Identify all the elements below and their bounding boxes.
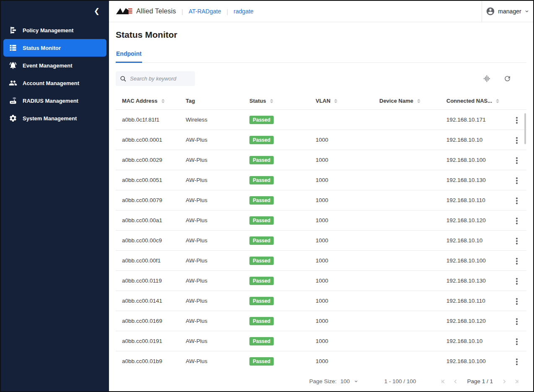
- column-header-vlan[interactable]: VLAN: [309, 91, 373, 110]
- sidebar-item-account-management[interactable]: Account Management: [1, 74, 109, 92]
- mac-address-cell: a0bb.cc00.0079: [116, 190, 179, 210]
- table-row: a0bb.cc00.0051 AW-Plus Passed 1000 192.1…: [116, 170, 526, 190]
- page-size-label: Page Size:: [309, 378, 337, 384]
- row-menu-icon[interactable]: [513, 114, 520, 126]
- connected-nas-cell: 192.168.10.171: [440, 110, 507, 130]
- table-scrollbar-thumb[interactable]: [524, 113, 526, 144]
- status-cell: Passed: [243, 130, 309, 150]
- column-header-device-name[interactable]: Device Name: [373, 91, 440, 110]
- sidebar-item-policy-management[interactable]: Policy Management: [1, 21, 109, 39]
- row-menu-icon[interactable]: [513, 275, 520, 287]
- page-title: Status Monitor: [116, 29, 526, 41]
- system-management-icon: [8, 114, 18, 123]
- breadcrumb-separator: |: [226, 8, 228, 15]
- app-bar: Allied Telesis | AT-RADgate | radgate ma…: [109, 1, 533, 22]
- connected-nas-cell: 192.168.10.10: [440, 231, 507, 251]
- vlan-cell: 1000: [309, 170, 373, 190]
- connected-nas-cell: 192.168.10.10: [440, 130, 507, 150]
- sidebar-item-label: System Management: [23, 115, 77, 122]
- last-page-icon[interactable]: [513, 378, 520, 385]
- mac-address-cell: a0bb.cc00.00a1: [116, 210, 179, 231]
- search-box[interactable]: [116, 71, 195, 86]
- status-cell: Passed: [243, 251, 309, 271]
- sidebar-menu: Policy Management Status Monitor Event M…: [1, 21, 109, 127]
- device-name-cell: [373, 351, 440, 371]
- row-menu-icon[interactable]: [513, 175, 520, 187]
- sidebar-item-event-management[interactable]: Event Management: [1, 57, 109, 74]
- row-actions-cell: [507, 150, 526, 170]
- table-row: a0bb.cc00.00a1 AW-Plus Passed 1000 192.1…: [116, 210, 526, 231]
- status-badge: Passed: [249, 337, 274, 345]
- row-actions-cell: [507, 251, 526, 271]
- endpoint-table-area: MAC Address Tag Status VLAN: [109, 91, 533, 391]
- user-menu[interactable]: manager: [482, 1, 533, 22]
- table-row: a0bb.cc00.00f1 AW-Plus Passed 1000 192.1…: [116, 251, 526, 271]
- status-cell: Passed: [243, 351, 309, 371]
- table-header-row: MAC Address Tag Status VLAN: [116, 91, 526, 110]
- column-header-tag: Tag: [179, 91, 243, 110]
- row-menu-icon[interactable]: [513, 316, 520, 327]
- sidebar-item-radius-management[interactable]: RADIUS Management: [1, 92, 109, 109]
- row-menu-icon[interactable]: [513, 235, 520, 247]
- tab-endpoint[interactable]: Endpoint: [116, 47, 142, 63]
- previous-page-icon[interactable]: [452, 378, 459, 385]
- breadcrumb-product-link[interactable]: AT-RADgate: [189, 8, 221, 15]
- radius-management-icon: [8, 96, 18, 105]
- row-menu-icon[interactable]: [513, 255, 520, 267]
- row-menu-icon[interactable]: [513, 135, 520, 146]
- column-header-status[interactable]: Status: [243, 91, 309, 110]
- main-area: Allied Telesis | AT-RADgate | radgate ma…: [109, 1, 533, 391]
- row-actions-cell: [507, 271, 526, 291]
- table-row: a0bb.cc00.00c9 AW-Plus Passed 1000 192.1…: [116, 231, 526, 251]
- column-header-mac-address[interactable]: MAC Address: [116, 91, 179, 110]
- sidebar-item-label: Account Management: [23, 80, 79, 86]
- connected-nas-cell: 192.168.10.10: [440, 331, 507, 351]
- vlan-cell: 1000: [309, 190, 373, 210]
- refresh-icon[interactable]: [503, 75, 511, 83]
- device-name-cell: [373, 331, 440, 351]
- connected-nas-cell: 192.168.10.100: [440, 351, 507, 371]
- device-name-cell: [373, 271, 440, 291]
- tag-cell: AW-Plus: [179, 150, 243, 170]
- table-row: a0bb.cc00.0001 AW-Plus Passed 1000 192.1…: [116, 130, 526, 150]
- status-badge: Passed: [249, 317, 274, 325]
- paginator: Page Size: 100 1 - 100 / 100 Page 1 / 1: [109, 371, 533, 391]
- status-badge: Passed: [249, 176, 274, 184]
- first-page-icon[interactable]: [440, 378, 447, 385]
- sort-icon: [161, 99, 165, 103]
- search-input[interactable]: [130, 75, 191, 82]
- table-row: a0bb.cc00.0029 AW-Plus Passed 1000 192.1…: [116, 150, 526, 170]
- row-menu-icon[interactable]: [513, 195, 520, 207]
- sidebar-item-label: RADIUS Management: [23, 98, 78, 104]
- table-row: a0bb.cc00.0141 AW-Plus Passed 1000 192.1…: [116, 291, 526, 311]
- allied-telesis-logo-icon: [116, 7, 133, 16]
- sidebar-item-system-management[interactable]: System Management: [1, 109, 109, 127]
- status-badge: Passed: [249, 156, 274, 164]
- row-menu-icon[interactable]: [513, 356, 520, 368]
- row-actions-cell: [507, 311, 526, 331]
- status-cell: Passed: [243, 271, 309, 291]
- sidebar-item-status-monitor[interactable]: Status Monitor: [3, 39, 106, 57]
- tab-bar: Endpoint: [116, 47, 526, 63]
- search-icon: [120, 75, 127, 82]
- page-size-select[interactable]: Page Size: 100: [309, 378, 358, 384]
- row-menu-icon[interactable]: [513, 296, 520, 307]
- row-menu-icon[interactable]: [513, 336, 520, 348]
- sort-icon: [270, 99, 273, 103]
- status-cell: Passed: [243, 331, 309, 351]
- table-row: a0bb.cc00.0191 AW-Plus Passed 1000 192.1…: [116, 331, 526, 351]
- connected-nas-cell: 192.168.10.130: [440, 170, 507, 190]
- sidebar-collapse-icon[interactable]: ❮: [94, 8, 100, 15]
- sidebar-item-label: Event Management: [23, 62, 72, 69]
- column-settings-icon[interactable]: [483, 75, 491, 83]
- status-badge: Passed: [249, 257, 274, 265]
- vlan-cell: 1000: [309, 251, 373, 271]
- mac-address-cell: a0bb.cc00.00c9: [116, 231, 179, 251]
- tag-cell: AW-Plus: [179, 190, 243, 210]
- breadcrumb-site-link[interactable]: radgate: [233, 8, 253, 15]
- row-menu-icon[interactable]: [513, 155, 520, 166]
- row-menu-icon[interactable]: [513, 215, 520, 227]
- column-header-connected-nas[interactable]: Connected NAS...: [440, 91, 507, 110]
- next-page-icon[interactable]: [501, 378, 508, 385]
- sidebar: ❮ Policy Management Status Monitor Event…: [1, 1, 109, 391]
